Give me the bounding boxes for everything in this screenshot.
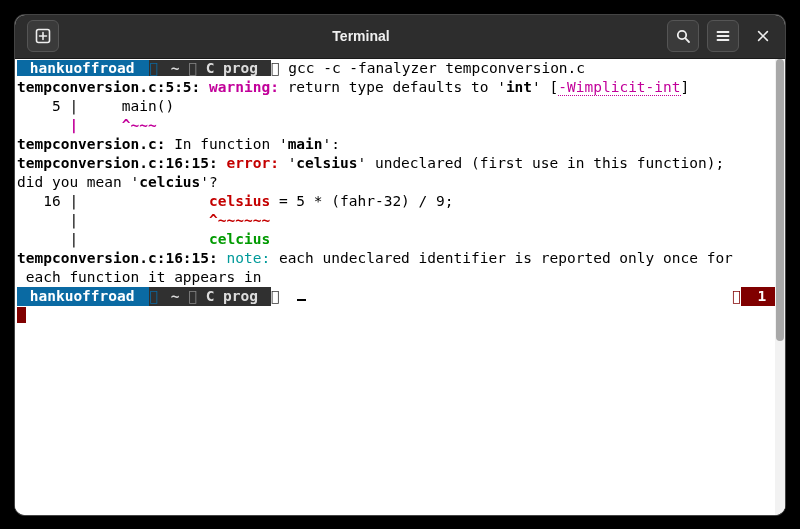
prompt-user: hankuoffroad: [17, 287, 149, 306]
output-line: 5 | main(): [17, 97, 783, 116]
command-text: gcc -c -fanalyzer tempconversion.c: [280, 60, 586, 76]
titlebar: Terminal: [15, 15, 785, 59]
output-line: tempconversion.c: In function 'main':: [17, 135, 783, 154]
output-line: | celcius: [17, 230, 783, 249]
terminal-window: Terminal hankuoffroad : [15, 15, 785, 515]
prompt-path: ~  C prog: [158, 60, 271, 76]
powerline-arrow-left-icon: : [732, 287, 741, 306]
prompt-user: hankuoffroad: [17, 60, 149, 76]
output-line: tempconversion.c:5:5: warning: return ty…: [17, 78, 783, 97]
cursor-underline: [297, 299, 306, 301]
powerline-arrow-icon: : [149, 287, 158, 306]
output-line: | ^~~~: [17, 116, 783, 135]
powerline-arrow-icon: : [271, 287, 280, 306]
output-line: 16 | celsius = 5 * (fahr-32) / 9;: [17, 192, 783, 211]
search-icon: [675, 28, 691, 44]
close-icon: [756, 29, 770, 43]
output-line: tempconversion.c:16:15: error: 'celsius'…: [17, 154, 783, 173]
terminal-viewport[interactable]: hankuoffroad  ~  C prog  gcc -c -fana…: [15, 59, 785, 515]
menu-button[interactable]: [707, 20, 739, 52]
search-button[interactable]: [667, 20, 699, 52]
output-line: [17, 306, 783, 325]
output-line: | ^~~~~~~: [17, 211, 783, 230]
window-title: Terminal: [59, 28, 663, 44]
prompt-line: hankuoffroad  ~  C prog   1: [17, 287, 783, 306]
hamburger-icon: [715, 28, 731, 44]
output-line: did you mean 'celcius'?: [17, 173, 783, 192]
prompt-path: ~  C prog: [158, 287, 271, 306]
prompt-line: hankuoffroad  ~  C prog  gcc -c -fana…: [17, 59, 783, 78]
output-line: tempconversion.c:16:15: note: each undec…: [17, 249, 783, 268]
output-line: each function it appears in: [17, 268, 783, 287]
new-tab-button[interactable]: [27, 20, 59, 52]
plus-box-icon: [35, 28, 51, 44]
powerline-arrow-icon: : [149, 60, 158, 76]
scrollbar[interactable]: [775, 59, 785, 515]
close-button[interactable]: [749, 22, 777, 50]
block-cursor: [17, 307, 26, 323]
scrollbar-thumb[interactable]: [776, 59, 784, 342]
powerline-arrow-icon: : [271, 60, 280, 76]
